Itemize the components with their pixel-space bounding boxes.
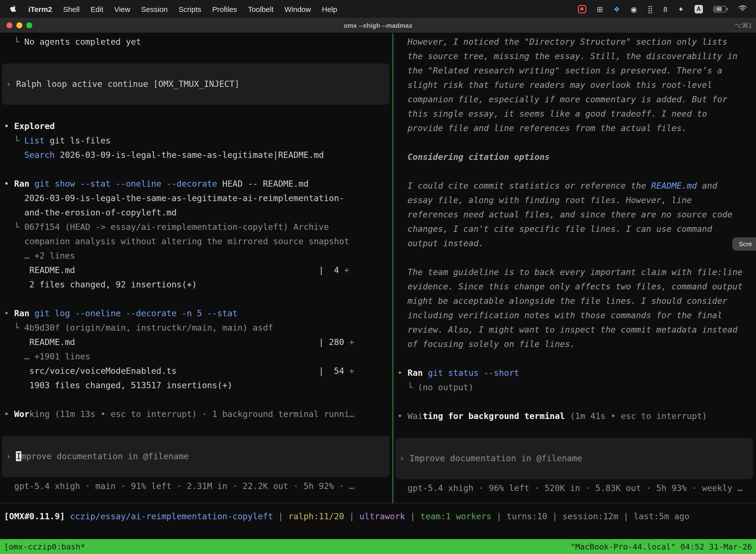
gap bbox=[393, 479, 756, 481]
screen-share-tooltip[interactable]: Scre bbox=[733, 237, 756, 251]
text-segment: references need actual files, and since … bbox=[397, 210, 733, 219]
text-segment: the source tree, missing the essay. Stil… bbox=[397, 51, 738, 61]
terminal-line: 2 files changed, 92 insertions(+) bbox=[0, 277, 392, 292]
circle-app-icon[interactable]: ◉ bbox=[630, 5, 637, 13]
blank-line bbox=[0, 393, 392, 407]
apple-menu-icon[interactable] bbox=[7, 5, 23, 13]
text-segment: README.md bbox=[651, 181, 697, 190]
window-title-bar[interactable]: omx --xhigh --madmax ⌥⌘1 bbox=[0, 18, 756, 33]
menu-item-iterm2[interactable]: iTerm2 bbox=[23, 5, 58, 13]
terminal-line: provide file and line references from th… bbox=[393, 121, 756, 135]
terminal-line: └ List git ls-files bbox=[0, 133, 392, 148]
macos-screen: iTerm2 Shell Edit View Session Scripts P… bbox=[0, 0, 756, 554]
terminal-line: └ No agents completed yet bbox=[0, 35, 392, 49]
text-segment: Ran bbox=[407, 368, 423, 378]
terminal-line: might be acceptable alongside the file l… bbox=[393, 294, 756, 308]
input-source-icon[interactable]: A bbox=[694, 5, 703, 13]
text-segment: might be acceptable alongside the file l… bbox=[397, 296, 728, 306]
terminal-pane-right[interactable]: However, I noticed the "Directory Struct… bbox=[393, 33, 756, 503]
sparkle-app-icon[interactable]: ✦ bbox=[678, 5, 684, 13]
battery-indicator[interactable]: 61 bbox=[713, 6, 728, 12]
tmux-status-bar: [omx-cczip0:bash* "MacBook-Pro-44.local"… bbox=[0, 539, 756, 554]
terminal-line: review. Also, I might want to inspect th… bbox=[393, 323, 756, 337]
text-segment: | bbox=[344, 511, 359, 521]
terminal-line: Considering citation options bbox=[393, 150, 756, 164]
terminal-line: including verification notes with those … bbox=[393, 308, 756, 323]
blue-app-icon[interactable]: ❖ bbox=[613, 5, 620, 13]
text-segment: • bbox=[4, 308, 14, 318]
blank-line bbox=[0, 292, 392, 306]
text-segment: 2 files changed, 92 insertions(+) bbox=[4, 279, 197, 289]
text-segment: mprove documentation in @filename bbox=[21, 451, 189, 461]
menu-item-scripts[interactable]: Scripts bbox=[173, 5, 207, 13]
digit-8-app-icon[interactable]: 8 bbox=[663, 5, 668, 13]
text-segment: and-the-erosion-of-copyleft.md bbox=[4, 208, 177, 217]
text-segment: Ran bbox=[14, 179, 29, 189]
text-segment: + bbox=[349, 337, 355, 347]
text-segment: + bbox=[344, 265, 350, 275]
text-segment: | bbox=[273, 511, 288, 521]
blank-line bbox=[393, 351, 756, 366]
bottom-gap bbox=[0, 526, 756, 539]
terminal-line: src/voice/voiceModeEnabled.ts | 54 + bbox=[0, 364, 392, 378]
text-segment: • bbox=[4, 121, 14, 131]
menu-item-help[interactable]: Help bbox=[316, 5, 343, 13]
terminal-line: slight risk that future readers may over… bbox=[393, 78, 756, 92]
blank-line bbox=[393, 424, 756, 438]
menu-item-view[interactable]: View bbox=[109, 5, 136, 13]
terminal-line: the source tree, missing the essay. Stil… bbox=[393, 49, 756, 63]
window-title: omx --xhigh --madmax bbox=[0, 21, 756, 29]
menu-item-window[interactable]: Window bbox=[279, 5, 316, 13]
text-segment: (1m 41s • esc to interrupt) bbox=[565, 411, 707, 421]
tmux-session-label: [omx-cczip0:bash* bbox=[4, 542, 85, 551]
terminal-pane-left[interactable]: └ No agents completed yet› Ralph loop ac… bbox=[0, 33, 392, 503]
blank-line bbox=[393, 251, 756, 265]
terminal-line: gpt-5.4 xhigh · 96% left · 520K in · 5.8… bbox=[393, 481, 756, 495]
text-segment: I could cite commit statistics or refere… bbox=[397, 181, 651, 190]
text-segment: git ls-files bbox=[45, 135, 111, 146]
terminal-line: README.md | 4 + bbox=[0, 263, 392, 277]
terminal-line: evidence. Since this change only affects… bbox=[393, 279, 756, 294]
text-segment: 1903 files changed, 513517 insertions(+) bbox=[4, 380, 233, 390]
terminal-line: the "Related research writing" section i… bbox=[393, 63, 756, 78]
screen-recording-icon[interactable] bbox=[578, 5, 586, 13]
composer-input-left[interactable]: › Improve documentation in @filename bbox=[2, 436, 389, 477]
text-segment: • Wai bbox=[397, 411, 423, 421]
text-segment: changes, I can't cite specific file line… bbox=[397, 224, 712, 234]
menu-item-shell[interactable]: Shell bbox=[58, 5, 85, 13]
composer-input-right[interactable]: › Improve documentation in @filename bbox=[395, 438, 753, 479]
text-segment: └ bbox=[4, 135, 24, 146]
text-segment: › bbox=[6, 451, 16, 461]
blank-line bbox=[393, 164, 756, 179]
terminal-line: essay file, along with finding root file… bbox=[393, 193, 756, 208]
terminal-line: • Ran git show --stat --oneline --decora… bbox=[0, 177, 392, 191]
ralph-loop-banner[interactable]: › Ralph loop active continue [OMX_TMUX_I… bbox=[2, 63, 389, 105]
dots-grid-icon[interactable]: ⣿ bbox=[647, 5, 653, 13]
text-segment: I bbox=[16, 451, 21, 461]
omx-status-text: [OMX#0.11.9] cczip/essay/ai-reimplementa… bbox=[0, 509, 756, 524]
text-segment: git show --stat --oneline --decorate bbox=[29, 179, 217, 189]
text-segment: └ bbox=[4, 37, 24, 47]
blank-line bbox=[0, 422, 392, 436]
terminal-line: • Ran git status --short bbox=[393, 366, 756, 380]
text-segment: README.md | 280 bbox=[4, 337, 349, 347]
menu-item-session[interactable]: Session bbox=[136, 5, 173, 13]
terminal-line: output instead. bbox=[393, 236, 756, 251]
text-segment: provide file and line references from th… bbox=[397, 123, 687, 133]
menu-bar-status-icons: ⊞ ❖ ◉ ⣿ 8 ✦ A 61 bbox=[578, 5, 749, 13]
omx-status-line: [OMX#0.11.9] cczip/essay/ai-reimplementa… bbox=[0, 503, 756, 526]
menu-item-toolbelt[interactable]: Toolbelt bbox=[243, 5, 279, 13]
menu-item-profiles[interactable]: Profiles bbox=[207, 5, 243, 13]
window-grid-icon[interactable]: ⊞ bbox=[597, 5, 603, 13]
text-segment: team:1 workers bbox=[421, 511, 492, 521]
text-segment: gpt-5.4 xhigh · main · 91% left · 2.31M … bbox=[4, 481, 354, 491]
text-segment: … +1901 lines bbox=[4, 351, 90, 362]
text-segment: • bbox=[4, 409, 14, 419]
text-segment: The team guideline is to back every impo… bbox=[397, 267, 743, 277]
text-segment: king (11m 13s • esc to interrupt) · 1 ba… bbox=[29, 409, 354, 419]
menu-item-edit[interactable]: Edit bbox=[85, 5, 109, 13]
terminal-line: gpt-5.4 xhigh · main · 91% left · 2.31M … bbox=[0, 479, 392, 493]
terminal-line: changes, I can't cite specific file line… bbox=[393, 222, 756, 236]
wifi-icon[interactable] bbox=[738, 5, 747, 12]
text-segment: this single essay, it seems like a good … bbox=[397, 109, 707, 119]
